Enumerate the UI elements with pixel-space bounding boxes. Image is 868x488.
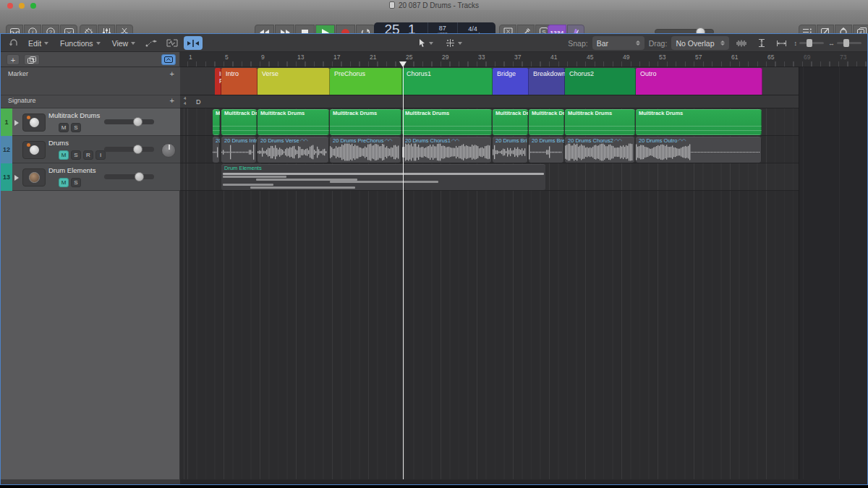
region-multitrack-drums[interactable]: Multitrack Drums: [258, 109, 329, 135]
catch-playhead-button[interactable]: [184, 36, 203, 50]
track-s-button[interactable]: S: [71, 123, 81, 132]
track-number: 1: [1, 108, 12, 136]
region-multitrack-dr[interactable]: Multitrack Dr: [529, 109, 564, 135]
marker-chorus2[interactable]: Chorus2: [565, 68, 636, 95]
bar-ruler[interactable]: 15913172125293337414549535761656973: [180, 52, 867, 67]
region-20-drums-outro[interactable]: 20 Drums Outro ◠◠: [636, 137, 762, 163]
marker-breakdown[interactable]: Breakdown: [529, 68, 565, 95]
track-header-view-button[interactable]: [161, 54, 176, 65]
bottom-scroll-strip[interactable]: [1, 479, 867, 484]
horizontal-auto-zoom-icon[interactable]: [774, 36, 790, 50]
zoom-window-button[interactable]: [30, 3, 36, 9]
marker-chorus1[interactable]: Chorus1: [402, 68, 493, 95]
track-m-button[interactable]: M: [59, 150, 69, 160]
snap-dropdown[interactable]: Bar: [592, 36, 644, 50]
traffic-lights: [7, 3, 36, 9]
track-name[interactable]: Multitrack Drums: [48, 111, 100, 119]
automation-icon[interactable]: [142, 36, 161, 50]
minimize-window-button[interactable]: [19, 3, 25, 9]
duplicate-track-button[interactable]: [24, 54, 40, 65]
playhead[interactable]: [403, 63, 404, 479]
pointer-tool-icon: [419, 39, 425, 48]
track-icon[interactable]: [22, 114, 46, 132]
region-multitrack-dr[interactable]: Multitrack Dr: [493, 109, 528, 135]
track-m-button[interactable]: M: [59, 178, 69, 187]
track-volume-slider[interactable]: [104, 119, 154, 124]
region-multitrack-drums[interactable]: Multitrack Drums: [402, 109, 492, 135]
region-multitrack-drums[interactable]: Multitrack Drums: [565, 109, 635, 135]
marker-outro[interactable]: Outro: [636, 68, 762, 95]
region-20[interactable]: 20: [213, 137, 220, 163]
region-lane-lines: [258, 122, 329, 135]
region-20-drums-bri[interactable]: 20 Drums Bri: [493, 137, 528, 163]
region-label: Drum Elements: [224, 165, 262, 171]
region-20-drums-chorus2[interactable]: 20 Drums Chorus2 ◠◠: [565, 137, 635, 163]
marker-verse[interactable]: Verse: [258, 68, 330, 95]
track-volume-knob[interactable]: [133, 117, 142, 127]
tracks-menu-bar: Edit Functions View: [1, 34, 867, 52]
region-lane-lines: [213, 122, 220, 135]
drum-kit-icon: [30, 118, 39, 127]
track-header-12[interactable]: 12DrumsMSRI: [1, 136, 180, 163]
track-volume-slider[interactable]: [104, 147, 154, 152]
disclosure-triangle-icon[interactable]: [14, 120, 19, 126]
drag-dropdown[interactable]: No Overlap: [671, 36, 728, 50]
signature-track-row[interactable]: 44 D: [180, 95, 799, 108]
region-20-drums-bre[interactable]: 20 Drums Bre: [529, 137, 564, 163]
region-drum-elements[interactable]: Drum Elements: [221, 164, 545, 190]
track-pan-knob[interactable]: [161, 143, 176, 158]
region-multitrack-drums[interactable]: Multitrack Drums: [636, 109, 762, 135]
marker-intro[interactable]: Intro: [221, 68, 258, 95]
add-track-button[interactable]: +: [7, 54, 20, 65]
flex-icon[interactable]: [162, 36, 182, 50]
region-20-drums-intr[interactable]: 20 Drums Intr: [221, 137, 257, 163]
track-s-button[interactable]: S: [71, 178, 81, 187]
track-s-button[interactable]: S: [71, 150, 81, 160]
signature-lane-header[interactable]: Signature +: [1, 95, 180, 108]
region-20-drums-chorus1[interactable]: 20 Drums Chorus1 ◠◠: [402, 137, 492, 163]
track-icon[interactable]: [22, 168, 46, 187]
ruler-bar-number: 29: [442, 53, 448, 61]
view-menu[interactable]: View: [107, 36, 141, 50]
vertical-zoom-slider[interactable]: ↕: [794, 40, 825, 47]
region-m[interactable]: M: [213, 109, 220, 135]
marker-lane-header[interactable]: Marker +: [1, 67, 180, 95]
track-volume-slider[interactable]: [104, 174, 154, 179]
close-window-button[interactable]: [7, 3, 13, 9]
region-lane-lines: [221, 122, 257, 135]
region-label: Multitrack Drums: [260, 110, 305, 116]
region-multitrack-drums[interactable]: Multitrack Drums: [330, 109, 401, 135]
track-name[interactable]: Drum Elements: [48, 166, 95, 174]
track-header-13[interactable]: 13Drum ElementsMS: [1, 163, 180, 191]
track-volume-knob[interactable]: [133, 145, 142, 154]
waveform-zoom-icon[interactable]: [733, 36, 749, 50]
marker-track-lane[interactable]: Intro FillIntroVersePreChorusChorus1Brid…: [180, 67, 799, 95]
mouse-tool-history-icon[interactable]: [5, 36, 22, 50]
track-name[interactable]: Drums: [48, 139, 69, 147]
marker-label: Intro: [226, 70, 239, 77]
add-signature-button[interactable]: +: [170, 96, 174, 105]
horizontal-zoom-slider[interactable]: ↔: [828, 40, 861, 47]
marker-bridge[interactable]: Bridge: [493, 68, 529, 95]
region-20-drums-verse[interactable]: 20 Drums Verse ◠◠: [258, 137, 329, 163]
left-click-tool-menu[interactable]: [414, 36, 438, 50]
track-r-button[interactable]: R: [83, 150, 93, 160]
functions-menu[interactable]: Functions: [55, 36, 106, 50]
region-20-drums-prechorus[interactable]: 20 Drums PreChorus ◠◠: [330, 137, 401, 163]
edit-menu[interactable]: Edit: [23, 36, 54, 50]
ruler-bar-number: 61: [731, 53, 738, 61]
add-marker-button[interactable]: +: [170, 69, 174, 78]
track-icon[interactable]: [22, 141, 46, 159]
track-header-1[interactable]: 1Multitrack DrumsMS: [1, 108, 180, 136]
region-multitrack-dr[interactable]: Multitrack Dr: [221, 109, 257, 135]
command-click-tool-menu[interactable]: [442, 36, 467, 50]
track-buttons: MSRI: [59, 150, 106, 160]
window-titlebar[interactable]: 20 087 D Drums - Tracks: [0, 0, 868, 10]
disclosure-triangle-icon[interactable]: [14, 175, 19, 181]
vertical-auto-zoom-icon[interactable]: [754, 36, 770, 50]
track-i-button[interactable]: I: [95, 150, 106, 160]
marker-prechorus[interactable]: PreChorus: [330, 68, 402, 95]
marker-intro-fill[interactable]: Intro Fill: [215, 68, 221, 95]
track-m-button[interactable]: M: [59, 123, 69, 132]
track-volume-knob[interactable]: [135, 172, 144, 181]
